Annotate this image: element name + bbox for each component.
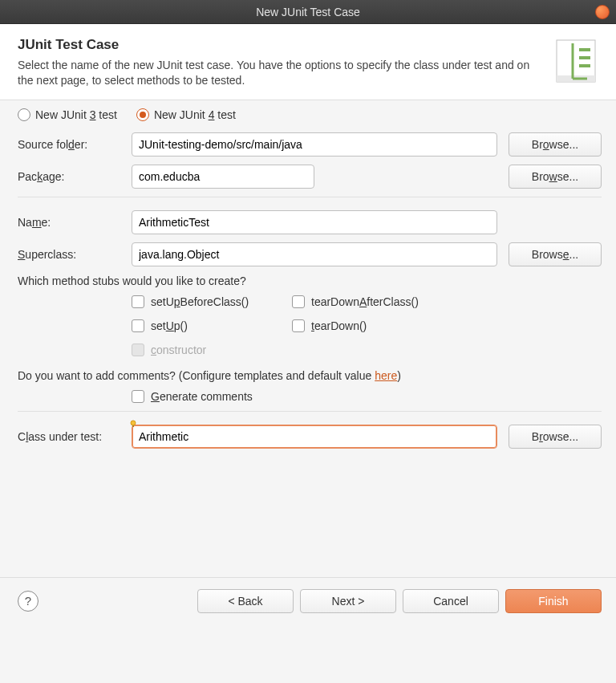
cancel-button[interactable]: Cancel bbox=[403, 589, 499, 613]
package-input[interactable] bbox=[132, 165, 314, 189]
header-subtitle: Select the name of the new JUnit test ca… bbox=[18, 58, 541, 88]
configure-templates-link[interactable]: here bbox=[375, 369, 397, 382]
checkbox-teardown[interactable]: tearDown() bbox=[292, 319, 452, 332]
checkbox-icon bbox=[292, 319, 305, 332]
checkbox-setupbeforeclass[interactable]: setUpBeforeClass() bbox=[132, 295, 292, 308]
class-under-test-input[interactable] bbox=[132, 425, 497, 449]
source-folder-input[interactable] bbox=[132, 132, 497, 157]
dialog-header: JUnit Test Case Select the name of the n… bbox=[0, 24, 616, 100]
radio-label-junit4: New JUnit 4 test bbox=[154, 108, 236, 121]
svg-point-7 bbox=[131, 421, 136, 425]
checkbox-label: Generate comments bbox=[151, 390, 253, 403]
checkbox-teardownafterclass[interactable]: tearDownAfterClass() bbox=[292, 295, 452, 308]
checkbox-icon bbox=[132, 319, 144, 332]
radio-icon bbox=[18, 108, 30, 121]
checkbox-icon bbox=[132, 344, 144, 356]
svg-rect-8 bbox=[132, 425, 134, 427]
svg-rect-5 bbox=[579, 56, 590, 59]
radio-label-junit3: New JUnit 3 test bbox=[35, 108, 117, 121]
name-input[interactable] bbox=[132, 210, 497, 234]
radio-junit3[interactable]: New JUnit 3 test bbox=[18, 108, 117, 121]
stubs-question: Which method stubs would you like to cre… bbox=[18, 274, 602, 287]
browse-source-button[interactable]: Browse... bbox=[509, 132, 602, 157]
browse-superclass-button[interactable]: Browse... bbox=[509, 242, 602, 266]
junit-wizard-icon bbox=[552, 37, 600, 85]
superclass-label: Superclass: bbox=[18, 248, 132, 261]
class-under-test-label: Class under test: bbox=[18, 430, 132, 443]
separator bbox=[18, 411, 602, 412]
checkbox-label: tearDownAfterClass() bbox=[311, 295, 419, 308]
checkbox-constructor: constructor bbox=[132, 344, 292, 356]
superclass-input[interactable] bbox=[132, 242, 497, 266]
help-icon[interactable]: ? bbox=[18, 591, 38, 612]
titlebar: New JUnit Test Case bbox=[0, 0, 616, 24]
name-label: Name: bbox=[18, 216, 132, 229]
finish-button[interactable]: Finish bbox=[505, 589, 602, 613]
lightbulb-icon bbox=[128, 418, 138, 428]
radio-junit4[interactable]: New JUnit 4 test bbox=[136, 108, 236, 121]
checkbox-icon bbox=[132, 295, 144, 308]
package-label: Package: bbox=[18, 170, 132, 183]
window-title: New JUnit Test Case bbox=[256, 6, 360, 18]
svg-rect-4 bbox=[579, 48, 590, 51]
checkbox-setup[interactable]: setUp() bbox=[132, 319, 292, 332]
back-button[interactable]: < Back bbox=[197, 589, 294, 613]
checkbox-label: setUp() bbox=[151, 319, 188, 332]
browse-package-button[interactable]: Browse... bbox=[509, 165, 602, 189]
checkbox-label: constructor bbox=[151, 344, 206, 356]
separator bbox=[18, 197, 602, 197]
browse-class-button[interactable]: Browse... bbox=[509, 425, 602, 449]
checkbox-label: tearDown() bbox=[311, 319, 367, 332]
checkbox-icon bbox=[292, 295, 305, 308]
source-folder-label: Source folder: bbox=[18, 138, 132, 151]
svg-rect-6 bbox=[579, 64, 590, 67]
comments-question: Do you want to add comments? (Configure … bbox=[18, 369, 602, 382]
checkbox-icon bbox=[132, 390, 144, 403]
next-button[interactable]: Next > bbox=[300, 589, 396, 613]
radio-icon bbox=[136, 108, 149, 121]
checkbox-generate-comments[interactable]: Generate comments bbox=[132, 390, 253, 403]
checkbox-label: setUpBeforeClass() bbox=[151, 295, 249, 308]
header-title: JUnit Test Case bbox=[18, 37, 541, 53]
close-icon[interactable] bbox=[595, 5, 610, 19]
